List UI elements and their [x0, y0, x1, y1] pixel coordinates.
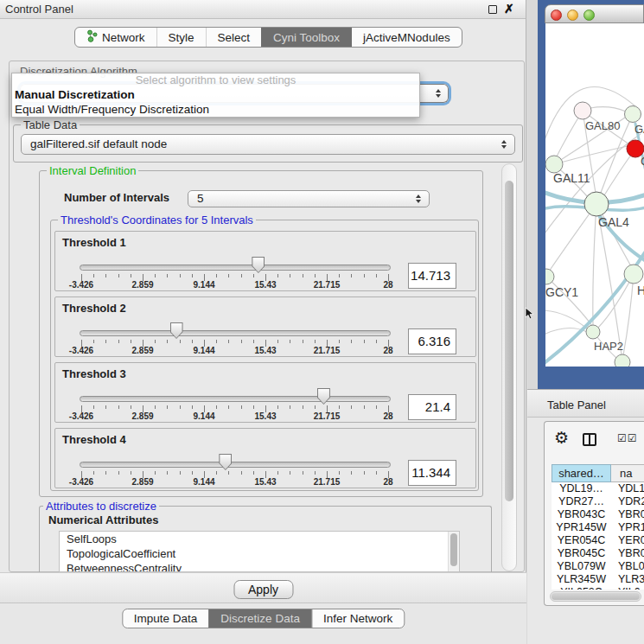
threshold-value-field[interactable]: 14.713 — [408, 263, 456, 289]
table-row[interactable]: YBL079WYBL0 — [552, 560, 644, 573]
tick-mark — [376, 274, 377, 277]
zoom-traffic-light[interactable] — [583, 10, 595, 21]
cell-shared-name[interactable]: YBR043C — [552, 508, 611, 521]
attribute-item[interactable]: BetweennessCentrality — [60, 561, 459, 572]
tab-discretize-data[interactable]: Discretize Data — [208, 609, 311, 628]
tab-network[interactable]: Network — [75, 28, 156, 47]
tab-jactivemnodules[interactable]: jActiveMNodules — [351, 28, 462, 47]
split-view-icon[interactable] — [583, 433, 596, 446]
threshold-slider-track[interactable] — [80, 396, 391, 402]
attribute-item[interactable]: TopologicalCoefficient — [60, 546, 459, 561]
tick-mark — [105, 274, 106, 277]
numerical-attributes-list[interactable]: SelfLoopsTopologicalCoefficientBetweenne… — [59, 531, 460, 572]
popup-placeholder: Select algorithm to view settings — [12, 73, 419, 87]
table-row[interactable]: YER054CYER0 — [552, 534, 644, 547]
popup-option-0[interactable]: Manual Discretization — [12, 87, 419, 102]
threshold-slider-thumb[interactable] — [219, 454, 232, 470]
settings-icon[interactable]: ⚙ — [554, 428, 569, 448]
cell-shared-name[interactable]: YLR345W — [552, 573, 611, 586]
threshold-slider-thumb[interactable] — [317, 388, 330, 405]
tab-impute-data[interactable]: Impute Data — [123, 609, 209, 628]
list-scrollbar[interactable] — [448, 532, 459, 571]
table-row[interactable]: YDL19…YDL1 — [552, 482, 644, 495]
cell-shared-name[interactable]: YPR145W — [552, 521, 611, 534]
table-row[interactable]: YPR145WYPR1 — [552, 521, 644, 534]
tick-label: -3.426 — [69, 280, 93, 290]
threshold-slider-thumb[interactable] — [170, 322, 183, 339]
cell-shared-name[interactable]: YER054C — [552, 534, 611, 547]
tab-label: Discretize Data — [220, 612, 300, 625]
network-edge — [545, 310, 587, 328]
table-row[interactable]: YLR345WYLR3 — [552, 573, 644, 586]
cell-shared-name[interactable]: YBR045C — [552, 547, 611, 560]
popup-option-1[interactable]: Equal Width/Frequency Discretization — [12, 102, 419, 117]
H-node[interactable] — [624, 265, 643, 284]
cell-name[interactable]: YLR3 — [611, 573, 644, 586]
GCY1-node[interactable] — [545, 269, 554, 284]
panel-scrollbar[interactable] — [501, 163, 517, 571]
threshold-value-field[interactable]: 11.344 — [408, 460, 456, 486]
attribute-item[interactable]: SelfLoops — [60, 532, 459, 546]
table-row[interactable]: YIL052CYIL0 — [552, 586, 644, 590]
GAL4-node[interactable] — [584, 192, 609, 216]
tick-mark — [228, 274, 229, 277]
GAL11-node[interactable] — [545, 156, 563, 173]
tab-select[interactable]: Select — [206, 28, 262, 47]
table-hscrollbar[interactable] — [550, 591, 641, 602]
tick-label: 21.715 — [314, 411, 341, 421]
threshold-slider-track[interactable] — [80, 462, 391, 468]
tick-mark — [93, 340, 94, 343]
cell-shared-name[interactable]: YDL19… — [552, 482, 611, 495]
HAP2-node[interactable] — [586, 325, 600, 339]
cell-shared-name[interactable]: YBL079W — [552, 560, 611, 573]
list-scrollbar-thumb[interactable] — [450, 533, 457, 566]
panel-scrollbar-thumb[interactable] — [505, 181, 513, 501]
column-header-shared-name[interactable]: shared… — [552, 464, 611, 482]
cell-name[interactable]: YBR0 — [611, 508, 644, 521]
cell-shared-name[interactable]: YDR27… — [552, 495, 611, 508]
minimize-traffic-light[interactable] — [567, 10, 578, 21]
tab-infer-network[interactable]: Infer Network — [311, 609, 404, 628]
threshold-value-field[interactable]: 6.316 — [408, 328, 456, 354]
cell-name[interactable]: YIL0 — [611, 586, 644, 590]
close-icon[interactable]: ✗ — [504, 2, 514, 16]
cell-name[interactable]: YDR2 — [611, 495, 644, 508]
cell-name[interactable]: YER0 — [611, 534, 644, 547]
tick-label: 2.859 — [131, 346, 153, 355]
number-of-intervals-combobox[interactable]: 5 — [188, 190, 430, 207]
bottom-tab-bar: Impute DataDiscretize DataInfer Network — [122, 609, 405, 628]
threshold-value-field[interactable]: 21.4 — [408, 394, 456, 420]
float-window-icon[interactable] — [488, 5, 497, 14]
column-header-name[interactable]: na — [611, 464, 644, 482]
threshold-slider-track[interactable] — [80, 265, 391, 271]
cell-name[interactable]: YDL1 — [611, 482, 644, 495]
table-row[interactable]: YDR27…YDR2 — [552, 495, 644, 508]
table-data-combobox[interactable]: galFiltered.sif default node — [21, 134, 515, 155]
network-canvas[interactable]: GAL80GACGAL11GAL4GCY1HHAP2 — [545, 23, 644, 367]
threshold-slider-thumb[interactable] — [252, 257, 265, 273]
cell-shared-name[interactable]: YIL052C — [552, 586, 611, 590]
table-row[interactable]: YBR043CYBR0 — [552, 508, 644, 521]
apply-button[interactable]: Apply — [233, 580, 293, 599]
table-row[interactable]: YBR045CYBR0 — [552, 547, 644, 560]
control-panel-titlebar: Control Panel ✗ — [0, 0, 526, 19]
table-hscrollbar-thumb[interactable] — [552, 593, 640, 600]
cell-name[interactable]: YBL0 — [611, 560, 644, 573]
tick-mark — [290, 471, 290, 475]
GAL80-node[interactable] — [574, 102, 591, 119]
close-traffic-light[interactable] — [551, 10, 562, 21]
panel-title: Control Panel — [5, 3, 73, 16]
cell-name[interactable]: YBR0 — [611, 547, 644, 560]
tick-mark — [253, 471, 254, 475]
tick-mark — [376, 340, 377, 343]
bottom-node[interactable] — [615, 354, 630, 367]
network-window-titlebar[interactable] — [545, 4, 644, 23]
tab-style[interactable]: Style — [156, 28, 206, 47]
top-right-node[interactable] — [625, 106, 641, 123]
tick-mark — [216, 340, 217, 343]
threshold-slider-track[interactable] — [80, 330, 391, 336]
tab-cyni-toolbox[interactable]: Cyni Toolbox — [261, 28, 351, 47]
cell-name[interactable]: YPR1 — [611, 521, 644, 534]
checkbox-icons[interactable]: ☑☑ — [617, 432, 638, 444]
tick-mark — [364, 405, 365, 409]
